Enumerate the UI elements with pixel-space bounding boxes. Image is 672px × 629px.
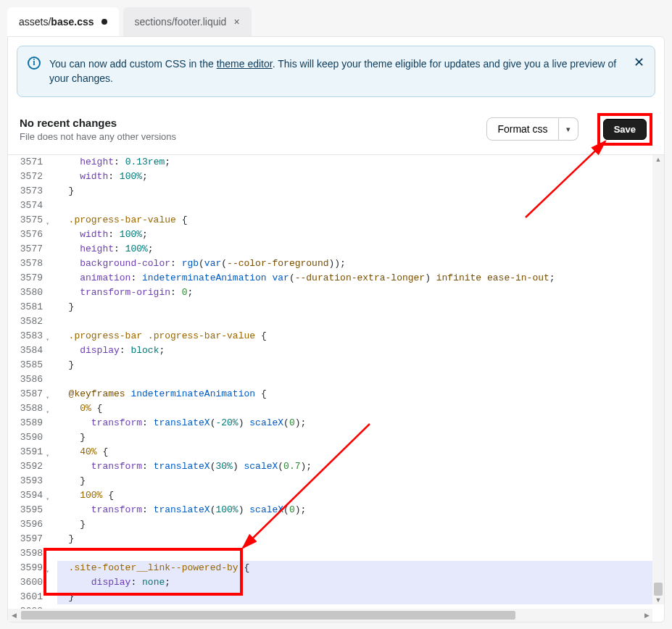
line-number: 3576	[8, 228, 43, 242]
scroll-left-icon[interactable]: ◀	[8, 609, 20, 622]
app-root: assets/base.css sections/footer.liquid ×…	[0, 0, 672, 629]
line-number: 3575▾	[8, 213, 43, 228]
chevron-down-icon: ▾	[566, 125, 571, 133]
code-line[interactable]: .progress-bar-value {	[57, 213, 664, 228]
line-number: 3590	[8, 430, 43, 445]
code-line[interactable]: display: none;	[57, 575, 664, 590]
code-line[interactable]: @keyframes indeterminateAnimation {	[57, 387, 664, 401]
code-line[interactable]: transform: translateX(100%) scaleX(0);	[57, 503, 664, 517]
code-line[interactable]: }	[57, 532, 664, 546]
format-button-group: Format css ▾	[486, 117, 578, 141]
code-line[interactable]: }	[57, 474, 664, 488]
line-number: 3587▾	[8, 387, 43, 401]
code-line[interactable]: transform-origin: 0;	[57, 286, 664, 300]
code-line[interactable]: animation: indeterminateAnimation var(--…	[57, 271, 664, 286]
close-banner-button[interactable]: ✕	[631, 55, 646, 70]
line-number: 3594▾	[8, 488, 43, 503]
line-number: 3592	[8, 459, 43, 474]
line-number: 3580	[8, 286, 43, 300]
line-number: 3574	[8, 199, 43, 213]
code-line[interactable]: .progress-bar .progress-bar-value {	[57, 329, 664, 343]
line-number: 3596	[8, 517, 43, 532]
code-line[interactable]: }	[57, 184, 664, 199]
line-number: 3597	[8, 532, 43, 546]
scroll-down-icon[interactable]: ▼	[652, 596, 664, 604]
save-button[interactable]: Save	[603, 119, 647, 140]
info-icon: i	[28, 57, 41, 70]
code-line[interactable]: }	[57, 517, 664, 532]
code-line[interactable]: 100% {	[57, 488, 664, 503]
code-line[interactable]: }	[57, 358, 664, 372]
tab-base-css[interactable]: assets/base.css	[7, 7, 119, 36]
line-number: 3572	[8, 170, 43, 184]
theme-editor-link[interactable]: theme editor	[217, 58, 273, 70]
fold-icon[interactable]: ▾	[46, 492, 49, 507]
scroll-right-icon[interactable]: ▶	[641, 609, 652, 622]
fold-icon[interactable]: ▾	[46, 333, 49, 347]
code-line[interactable]	[57, 372, 664, 387]
save-highlight-annotation: Save	[597, 113, 652, 146]
line-number: 3579	[8, 271, 43, 286]
code-line[interactable]: transform: translateX(-20%) scaleX(0);	[57, 416, 664, 430]
line-number: 3598	[8, 546, 43, 561]
line-number: 3601	[8, 590, 43, 604]
tabs-bar: assets/base.css sections/footer.liquid ×	[7, 7, 665, 36]
line-number: 3573	[8, 184, 43, 199]
code-line[interactable]	[57, 314, 664, 329]
line-number: 3584	[8, 343, 43, 358]
line-number: 3588▾	[8, 401, 43, 416]
line-number: 3577	[8, 242, 43, 257]
line-gutter: 35713572357335743575▾3576357735783579358…	[8, 155, 47, 622]
code-line[interactable]: background-color: rgb(var(--color-foregr…	[57, 257, 664, 271]
code-editor[interactable]: 35713572357335743575▾3576357735783579358…	[8, 155, 664, 622]
line-number: 3599▾	[8, 561, 43, 575]
vertical-scrollbar[interactable]: ▲ ▼	[652, 155, 664, 604]
code-line[interactable]: }	[57, 590, 664, 604]
line-number: 3585	[8, 358, 43, 372]
line-number: 3589	[8, 416, 43, 430]
code-line[interactable]: display: block;	[57, 343, 664, 358]
banner-text: You can now add custom CSS in the theme …	[49, 58, 616, 84]
line-number: 3571	[8, 155, 43, 170]
code-line[interactable]: transform: translateX(30%) scaleX(0.7);	[57, 459, 664, 474]
line-number: 3591▾	[8, 445, 43, 459]
scroll-up-icon[interactable]: ▲	[652, 156, 664, 163]
code-area[interactable]: height: 0.13rem; width: 100%; } .progres…	[47, 155, 664, 622]
code-line[interactable]: 0% {	[57, 401, 664, 416]
editor-panel: i You can now add custom CSS in the them…	[7, 36, 665, 622]
tab-footer-liquid[interactable]: sections/footer.liquid ×	[123, 7, 252, 36]
horizontal-scrollbar[interactable]: ◀ ▶	[8, 609, 652, 622]
format-dropdown-button[interactable]: ▾	[559, 117, 578, 141]
fold-icon[interactable]: ▾	[46, 565, 49, 579]
code-line[interactable]: height: 0.13rem;	[57, 155, 664, 170]
version-title: No recent changes	[20, 117, 176, 129]
line-number: 3583▾	[8, 329, 43, 343]
info-banner: i You can now add custom CSS in the them…	[17, 46, 655, 97]
line-number: 3600	[8, 575, 43, 590]
line-number: 3581	[8, 300, 43, 314]
vertical-scroll-thumb[interactable]	[654, 583, 663, 596]
code-line[interactable]: 40% {	[57, 445, 664, 459]
line-number: 3595	[8, 503, 43, 517]
code-line[interactable]: height: 100%;	[57, 242, 664, 257]
version-subtitle: File does not have any other versions	[20, 131, 176, 142]
code-line[interactable]: }	[57, 430, 664, 445]
code-line[interactable]: width: 100%;	[57, 170, 664, 184]
fold-icon[interactable]: ▾	[46, 217, 49, 231]
line-number: 3586	[8, 372, 43, 387]
horizontal-scroll-thumb[interactable]	[21, 611, 515, 620]
code-line[interactable]: }	[57, 300, 664, 314]
fold-icon[interactable]: ▾	[46, 405, 49, 420]
editor-wrap: 35713572357335743575▾3576357735783579358…	[8, 155, 664, 622]
format-css-button[interactable]: Format css	[486, 117, 558, 141]
dirty-dot-icon	[101, 19, 107, 25]
code-line[interactable]	[57, 546, 664, 561]
code-line[interactable]: width: 100%;	[57, 228, 664, 242]
close-icon[interactable]: ×	[233, 16, 239, 28]
toolbar: No recent changes File does not have any…	[8, 104, 664, 155]
code-line[interactable]: .site-footer__link--powered-by {	[57, 561, 664, 575]
fold-icon[interactable]: ▾	[46, 449, 49, 463]
code-line[interactable]	[57, 199, 664, 213]
line-number: 3578	[8, 257, 43, 271]
fold-icon[interactable]: ▾	[46, 391, 49, 405]
